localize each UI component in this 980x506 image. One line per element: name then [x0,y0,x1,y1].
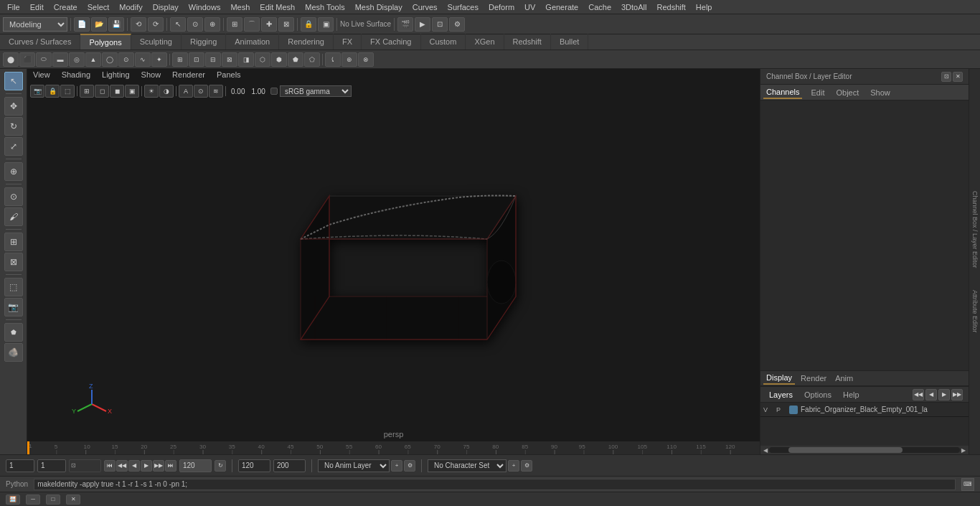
menu-mesh-display[interactable]: Mesh Display [351,1,407,13]
render-view-btn[interactable]: ⊡ [432,17,448,32]
vp-textured-btn[interactable]: ▣ [125,85,139,98]
vp-aa-btn[interactable]: A [179,85,193,98]
play-back-step-btn[interactable]: ◀◀ [116,460,128,472]
menu-deform[interactable]: Deform [484,1,519,13]
poly-sphere-btn[interactable]: ⬤ [3,52,19,67]
frame-input-2[interactable] [37,459,66,472]
right-side-tabs[interactable]: Channel Box / Layer Editor Attribute Edi… [969,69,980,454]
vp-highlight-btn[interactable]: ⬚ [60,85,75,98]
tab-fx[interactable]: FX [334,34,362,50]
script-editor-btn[interactable]: ⌨ [961,478,974,491]
mode-dropdown[interactable]: Modeling Rigging Animation [3,17,67,32]
vp-menu-lighting[interactable]: Lighting [96,69,136,80]
menu-generate[interactable]: Generate [541,1,583,13]
command-input[interactable] [34,479,956,490]
layers-prev-btn[interactable]: ◀◀ [913,389,924,400]
menu-modify[interactable]: Modify [115,1,146,13]
poly-mirror-btn[interactable]: ⊟ [205,52,221,67]
tab-animation[interactable]: Animation [226,34,279,50]
snap-surface-btn[interactable]: ⊠ [278,17,294,32]
layer-visibility[interactable]: V [763,406,773,413]
lasso-btn[interactable]: ⊙ [187,17,203,32]
menu-windows[interactable]: Windows [184,1,225,13]
snap-point-btn[interactable]: ✚ [261,17,277,32]
viewport[interactable]: View Shading Lighting Show Renderer Pane… [27,69,760,441]
select-tool-btn[interactable]: ↖ [170,17,186,32]
win-maximize-btn[interactable]: □ [46,495,60,505]
cb-tab-edit[interactable]: Edit [808,87,827,98]
poly-plane-btn[interactable]: ▬ [52,52,68,67]
vp-menu-shading[interactable]: Shading [56,69,96,80]
menu-3dtall[interactable]: 3DtoAll [617,1,651,13]
open-file-btn[interactable]: 📂 [91,17,107,32]
scroll-thumb[interactable] [788,447,903,453]
menu-edit[interactable]: Edit [26,1,48,13]
sculpt-btn[interactable]: 🪨 [4,343,23,362]
show-manip-btn[interactable]: ⊞ [4,233,23,251]
scroll-left-arrow[interactable]: ◀ [762,446,769,454]
menu-edit-mesh[interactable]: Edit Mesh [255,1,299,13]
menu-surfaces[interactable]: Surfaces [443,1,483,13]
layers-scrollbar[interactable]: ◀ ▶ [760,446,969,454]
layers-back-btn[interactable]: ◀ [925,389,937,400]
play-end-btn[interactable]: ⏭ [165,460,176,472]
poly-fill-btn[interactable]: ⬟ [288,52,303,67]
win-minimize-btn[interactable]: ─ [26,495,40,505]
vp-menu-show[interactable]: Show [136,69,167,80]
menu-redshift[interactable]: Redshift [652,1,689,13]
win-close-btn[interactable]: ✕ [66,495,80,505]
snap-grid-btn[interactable]: ⊞ [227,17,242,32]
layers-tab-options[interactable]: Options [801,389,834,400]
poly-cylinder-btn[interactable]: ⬭ [36,52,52,67]
tab-xgen[interactable]: XGen [466,34,504,50]
scale-tool-btn[interactable]: ⤢ [4,137,23,156]
vp-colorspace-dropdown[interactable]: sRGB gamma [280,85,352,97]
menu-curves[interactable]: Curves [408,1,442,13]
char-set-dropdown[interactable]: No Character Set [428,459,507,472]
char-set-settings-btn[interactable]: ⚙ [521,460,532,472]
anim-layer-dropdown[interactable]: No Anim Layer [318,459,390,472]
loop-btn[interactable]: ↻ [215,460,226,472]
display-tab-render[interactable]: Render [798,373,829,384]
end-frame-input[interactable] [179,459,212,472]
range-end-input[interactable] [238,459,270,472]
poly-torus-btn[interactable]: ◎ [69,52,85,67]
vp-camera-selector[interactable]: 📷 [30,85,44,98]
layers-fwd-btn[interactable]: ▶ [938,389,950,400]
tab-redshift[interactable]: Redshift [504,34,551,50]
poly-merge-btn[interactable]: ⬠ [304,52,320,67]
display-tab-display[interactable]: Display [763,372,795,385]
layers-tab-help[interactable]: Help [840,389,862,400]
render-seq-btn[interactable]: ▶ [415,17,430,32]
menu-create[interactable]: Create [50,1,82,13]
deform-btn[interactable]: ⤹ [325,52,341,67]
poly-pipe-btn[interactable]: ⊙ [118,52,134,67]
layers-tab-layers[interactable]: Layers [766,389,796,400]
poly-combine-btn[interactable]: ⊞ [172,52,188,67]
cb-tab-show[interactable]: Show [867,87,893,98]
menu-select[interactable]: Select [83,1,114,13]
paint-sel-btn[interactable]: ⊕ [204,17,220,32]
display-tab-anim[interactable]: Anim [832,373,856,384]
vp-color-chip[interactable] [270,88,278,95]
tab-rigging[interactable]: Rigging [182,34,226,50]
soft-select-btn[interactable]: ⊙ [4,187,23,206]
lattice-btn[interactable]: ⊕ [341,52,357,67]
cb-tab-object[interactable]: Object [833,87,862,98]
vp-lock-btn[interactable]: 🔒 [45,85,60,98]
layer-item[interactable]: V P Fabric_Organizer_Black_Empty_001_la [760,403,969,417]
tab-rendering[interactable]: Rendering [279,34,334,50]
tab-curves-surfaces[interactable]: Curves / Surfaces [0,34,80,50]
snap-curve-btn[interactable]: ⌒ [244,17,260,32]
fps-input[interactable] [273,459,306,472]
anim-layer-add-btn[interactable]: + [391,460,402,472]
camera-btn[interactable]: 📷 [4,298,23,317]
poly-bridge-btn[interactable]: ⬢ [271,52,287,67]
tab-polygons[interactable]: Polygons [80,34,131,50]
redo-btn[interactable]: ⟳ [148,17,164,32]
rotate-tool-btn[interactable]: ↻ [4,117,23,136]
poly-disk-btn[interactable]: ◯ [102,52,118,67]
menu-help[interactable]: Help [692,1,717,13]
vp-grid-btn[interactable]: ⊞ [80,85,94,98]
render-btn[interactable]: 🎬 [397,17,413,32]
